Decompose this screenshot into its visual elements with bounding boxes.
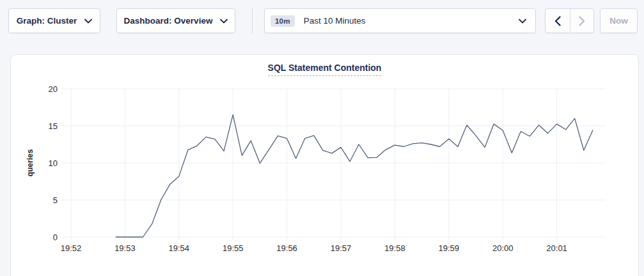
x-tick-label: 19:59 [439, 243, 460, 253]
now-button-label: Now [609, 16, 628, 26]
graph-dropdown-label: Graph: Cluster [17, 16, 77, 26]
now-button-disabled[interactable]: Now [600, 8, 638, 33]
chart-card: SQL Statement Contention 0510152019:5219… [10, 54, 639, 276]
chevron-left-icon [554, 16, 561, 26]
graph-dropdown[interactable]: Graph: Cluster [8, 8, 100, 33]
x-tick-label: 19:55 [223, 243, 244, 253]
x-tick-label: 19:56 [276, 243, 297, 253]
time-back-button[interactable] [546, 9, 570, 33]
dashboard-dropdown-label: Dashboard: Overview [124, 16, 213, 26]
time-forward-button-disabled[interactable] [570, 9, 594, 33]
time-range-badge: 10m [271, 15, 295, 27]
y-tick-label: 0 [53, 233, 58, 242]
sql-contention-chart: 0510152019:5219:5319:5419:5519:5619:5719… [11, 55, 638, 275]
y-tick-label: 10 [49, 158, 58, 168]
y-axis-title: queries [26, 149, 35, 176]
x-tick-label: 19:57 [331, 243, 352, 253]
x-tick-label: 20:00 [492, 243, 514, 253]
chevron-down-icon [84, 19, 92, 24]
x-tick-label: 19:53 [114, 243, 136, 253]
toolbar-divider [252, 8, 253, 34]
dashboard-dropdown[interactable]: Dashboard: Overview [116, 8, 235, 33]
chevron-down-icon [220, 19, 228, 24]
chevron-right-icon [579, 16, 585, 26]
y-tick-label: 15 [49, 121, 58, 131]
time-range-dropdown[interactable]: 10m Past 10 Minutes [264, 8, 536, 33]
y-tick-label: 20 [49, 84, 58, 94]
time-nav-group [545, 8, 594, 33]
chevron-down-icon [519, 19, 526, 24]
x-tick-label: 19:54 [169, 243, 190, 253]
x-tick-label: 19:52 [61, 243, 82, 253]
contention-series-line [116, 115, 593, 237]
x-tick-label: 19:58 [384, 243, 405, 253]
metrics-dashboard-page: { "toolbar": { "graph_dropdown": { "labe… [0, 0, 644, 276]
time-range-label: Past 10 Minutes [304, 16, 366, 26]
y-tick-label: 5 [53, 195, 58, 205]
x-tick-label: 20:01 [546, 243, 567, 253]
